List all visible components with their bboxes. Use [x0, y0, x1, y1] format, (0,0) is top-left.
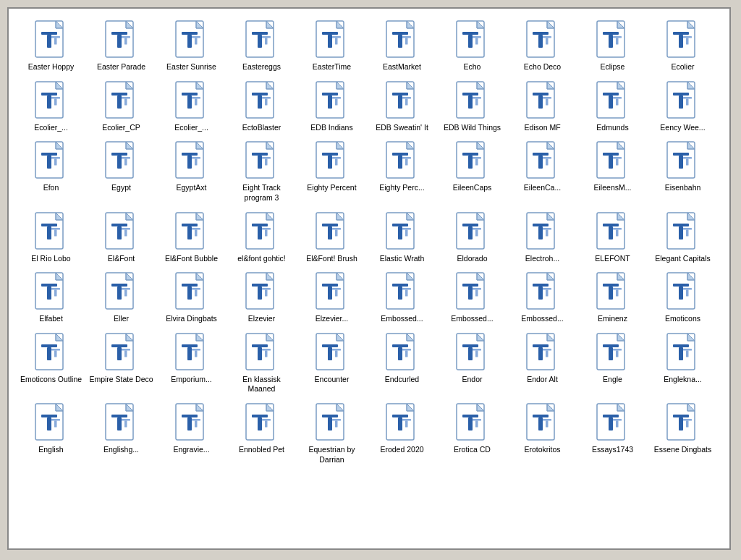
- file-item[interactable]: English: [17, 400, 85, 467]
- file-item[interactable]: Elzevier: [228, 269, 295, 327]
- file-label: Elvira Dingbats: [166, 314, 217, 324]
- file-item[interactable]: Eclipse: [579, 17, 646, 75]
- file-item[interactable]: Endcurled: [368, 330, 436, 397]
- file-label: EileenCa...: [524, 183, 561, 193]
- font-file-icon: [666, 333, 700, 373]
- file-item[interactable]: Eller: [88, 269, 155, 327]
- svg-rect-142: [543, 97, 551, 99]
- file-item[interactable]: Ennobled Pet: [228, 400, 295, 467]
- file-item[interactable]: El Rio Lobo: [17, 209, 85, 267]
- file-item[interactable]: Eisenbahn: [649, 138, 716, 205]
- file-item[interactable]: Elzevier...: [298, 269, 365, 327]
- file-item[interactable]: Embossed...: [439, 269, 506, 327]
- file-item[interactable]: Empire State Deco: [88, 330, 155, 397]
- svg-rect-62: [543, 36, 551, 38]
- file-item[interactable]: Endor Alt: [509, 330, 576, 397]
- file-item[interactable]: Eminenz: [579, 269, 646, 327]
- file-item[interactable]: EileenCaps: [439, 138, 506, 205]
- file-item[interactable]: Eight Track program 3: [228, 138, 295, 205]
- file-item[interactable]: Emporium...: [158, 330, 225, 397]
- svg-rect-502: [192, 419, 200, 421]
- file-item[interactable]: Ecolier_...: [158, 78, 225, 136]
- file-item[interactable]: Embossed...: [368, 269, 436, 327]
- svg-rect-526: [402, 419, 411, 421]
- file-item[interactable]: Embossed...: [509, 269, 576, 327]
- file-item[interactable]: Englekna...: [649, 330, 716, 397]
- file-item[interactable]: Encounter: [298, 330, 365, 397]
- svg-rect-94: [122, 97, 130, 99]
- file-item[interactable]: El&Font! Brush: [298, 209, 365, 267]
- font-file-icon: [104, 212, 139, 253]
- file-item[interactable]: EctoBlaster: [228, 78, 295, 136]
- file-item[interactable]: Eighty Perc...: [368, 138, 436, 205]
- svg-rect-495: [124, 421, 127, 428]
- file-item[interactable]: Eroded 2020: [368, 400, 436, 467]
- file-item[interactable]: Englishg...: [88, 400, 155, 467]
- svg-rect-365: [398, 287, 402, 300]
- file-item[interactable]: EasterTime: [298, 17, 365, 75]
- file-item[interactable]: Efon: [17, 138, 85, 205]
- file-item[interactable]: Erotica CD: [439, 400, 506, 467]
- file-item[interactable]: El&Font Bubble: [158, 209, 225, 267]
- file-label: Eighty Percent: [307, 183, 356, 193]
- file-item[interactable]: Eency Wee...: [649, 78, 716, 136]
- file-item[interactable]: Easter Hoppy: [17, 17, 85, 75]
- file-item[interactable]: Eldorado: [439, 209, 506, 267]
- svg-rect-294: [473, 228, 481, 230]
- file-item[interactable]: Erotokritos: [509, 400, 576, 467]
- file-item[interactable]: Elegant Capitals: [649, 209, 716, 267]
- file-item[interactable]: Endor: [439, 330, 506, 397]
- file-item[interactable]: Engravie...: [158, 400, 225, 467]
- file-item[interactable]: Eighty Percent: [298, 138, 365, 205]
- file-item[interactable]: Eastereggs: [228, 17, 295, 75]
- file-item[interactable]: Essays1743: [579, 400, 646, 467]
- file-item[interactable]: Ecolier: [649, 17, 716, 75]
- file-label: El Rio Lobo: [31, 254, 70, 264]
- file-label: EDB Wild Things: [444, 123, 501, 133]
- file-item[interactable]: Edmunds: [579, 78, 646, 136]
- file-item[interactable]: Easter Parade: [88, 17, 155, 75]
- file-item[interactable]: Essene Dingbats: [649, 400, 716, 467]
- file-item[interactable]: EastMarket: [368, 17, 436, 75]
- file-item[interactable]: Ecolier_...: [17, 78, 85, 136]
- file-item[interactable]: Easter Sunrise: [158, 17, 225, 75]
- font-file-icon: [455, 272, 490, 313]
- file-item[interactable]: Electroh...: [509, 209, 576, 267]
- font-file-icon: [666, 212, 700, 253]
- file-item[interactable]: Elfabet: [17, 269, 85, 327]
- file-label: Ecolier_...: [174, 123, 208, 133]
- svg-rect-421: [187, 347, 192, 360]
- file-item[interactable]: Elvira Dingbats: [158, 269, 225, 327]
- file-item[interactable]: Echo Deco: [509, 17, 576, 75]
- svg-rect-20: [182, 32, 198, 35]
- svg-rect-485: [47, 417, 51, 430]
- file-item[interactable]: Emoticons: [649, 269, 716, 327]
- svg-rect-149: [609, 96, 613, 109]
- svg-rect-103: [195, 98, 198, 105]
- svg-rect-303: [546, 229, 549, 236]
- file-label: EasterTime: [313, 62, 351, 72]
- file-item[interactable]: Edison MF: [509, 78, 576, 136]
- file-item[interactable]: El&Font: [88, 209, 155, 267]
- file-item[interactable]: Elastic Wrath: [368, 209, 436, 267]
- file-item[interactable]: En klassisk Maaned: [228, 330, 295, 397]
- file-item[interactable]: EileenCa...: [509, 138, 576, 205]
- svg-rect-351: [265, 290, 268, 297]
- file-label: Echo: [464, 62, 481, 72]
- svg-rect-157: [679, 96, 683, 109]
- file-item[interactable]: Echo: [439, 17, 506, 75]
- file-item[interactable]: Equestrian by Darrian: [298, 400, 365, 467]
- file-item[interactable]: EileensM...: [579, 138, 646, 205]
- file-item[interactable]: EgyptAxt: [158, 138, 225, 205]
- file-item[interactable]: Ecolier_CP: [88, 78, 155, 136]
- file-item[interactable]: EDB Indians: [298, 78, 365, 136]
- file-item[interactable]: Engle: [579, 330, 646, 397]
- svg-rect-5: [47, 35, 51, 48]
- svg-rect-357: [328, 287, 332, 300]
- file-item[interactable]: Egypt: [88, 138, 155, 205]
- file-item[interactable]: EDB Sweatin' It: [368, 78, 436, 136]
- file-item[interactable]: EDB Wild Things: [439, 78, 506, 136]
- file-item[interactable]: el&font gohtic!: [228, 209, 295, 267]
- file-item[interactable]: ELEFONT: [579, 209, 646, 267]
- file-item[interactable]: Emoticons Outline: [17, 330, 85, 397]
